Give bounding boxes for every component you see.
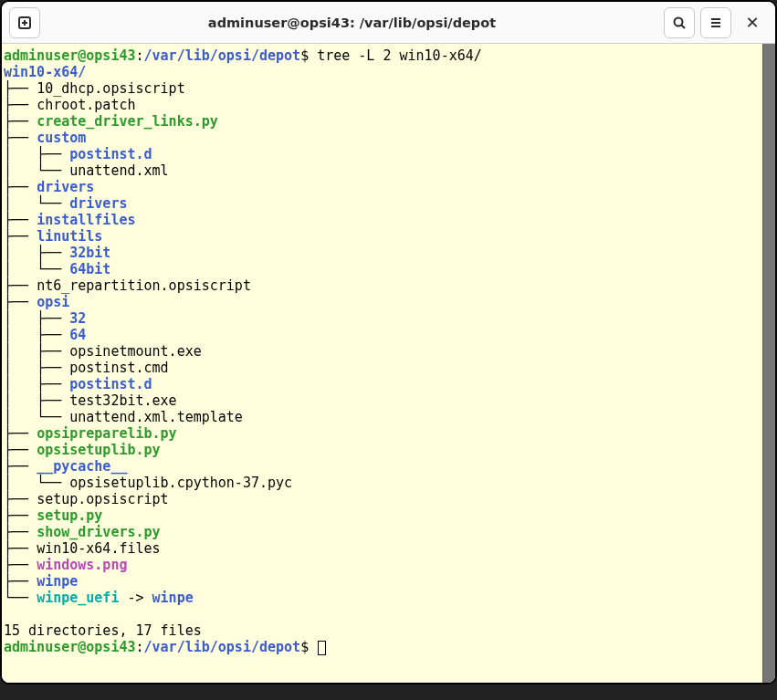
- plus-square-icon: [17, 16, 32, 30]
- tree-entry: chroot.patch: [37, 97, 135, 113]
- tree-entry: test32bit.exe: [69, 392, 176, 409]
- tree-entry: drivers: [37, 179, 94, 195]
- tree-entry: opsinetmount.exe: [69, 343, 202, 360]
- tree-entry: opsi: [37, 294, 69, 310]
- tree-entry: winpe: [37, 573, 78, 590]
- tree-entry: unattend.xml.template: [69, 409, 243, 425]
- tree-entry: postinst.d: [69, 146, 152, 162]
- tree-entry: drivers: [69, 195, 127, 212]
- prompt-user: adminuser@opsi43: [4, 47, 136, 64]
- tree-root: win10-x64/: [4, 64, 86, 80]
- tree-entry: setup.py: [37, 507, 102, 524]
- tree-entry: unattend.xml: [69, 162, 168, 179]
- tree-entry: show_drivers.py: [37, 524, 160, 540]
- search-button[interactable]: [664, 7, 695, 38]
- tree-entry: postinst.cmd: [69, 360, 168, 376]
- tree-entry: custom: [37, 130, 86, 146]
- tree-entry: win10-x64.files: [37, 540, 160, 557]
- titlebar: adminuser@opsi43: /var/lib/opsi/depot ✕: [2, 2, 775, 44]
- prompt-path: /var/lib/opsi/depot: [144, 47, 301, 64]
- tree-entry: 64: [69, 327, 86, 343]
- prompt-command: tree -L 2 win10-x64/: [317, 47, 482, 64]
- close-button[interactable]: ✕: [737, 7, 768, 38]
- scrollbar[interactable]: [762, 44, 775, 683]
- tree-entry: 32: [69, 310, 86, 327]
- tree-entry: 10_dhcp.opsiscript: [37, 80, 185, 97]
- tree-entry: opsipreparelib.py: [37, 425, 177, 442]
- new-tab-button[interactable]: [9, 7, 40, 38]
- prompt-user-2: adminuser@opsi43: [4, 639, 136, 655]
- menu-button[interactable]: [700, 7, 731, 38]
- svg-point-3: [675, 17, 683, 26]
- hamburger-icon: [709, 16, 723, 30]
- tree-entry: installfiles: [37, 212, 135, 228]
- close-icon: ✕: [745, 13, 759, 32]
- tree-entry: create_driver_links.py: [37, 113, 218, 130]
- tree-entry: 32bit: [69, 245, 110, 261]
- tree-link-target: winpe: [152, 590, 194, 606]
- tree-entry: winpe_uefi: [37, 590, 119, 606]
- tree-summary: 15 directories, 17 files: [4, 622, 202, 639]
- cursor: [318, 641, 326, 655]
- tree-entry: postinst.d: [69, 376, 152, 392]
- prompt-path-2: /var/lib/opsi/depot: [144, 639, 301, 655]
- svg-line-4: [682, 25, 686, 28]
- tree-entry: linutils: [37, 228, 102, 245]
- terminal-window: adminuser@opsi43: /var/lib/opsi/depot ✕: [0, 0, 777, 684]
- terminal-output[interactable]: adminuser@opsi43:/var/lib/opsi/depot$ tr…: [2, 44, 762, 683]
- tree-entry: __pycache__: [37, 458, 127, 475]
- tree-entry: opsisetuplib.py: [37, 442, 160, 458]
- window-title: adminuser@opsi43: /var/lib/opsi/depot: [46, 16, 658, 30]
- tree-entry: 64bit: [69, 261, 110, 277]
- search-icon: [672, 16, 687, 30]
- tree-entry: nt6_repartition.opsiscript: [37, 277, 251, 294]
- tree-entry: opsisetuplib.cpython-37.pyc: [69, 475, 292, 491]
- tree-entry: windows.png: [37, 557, 127, 573]
- tree-entry: setup.opsiscript: [37, 491, 169, 507]
